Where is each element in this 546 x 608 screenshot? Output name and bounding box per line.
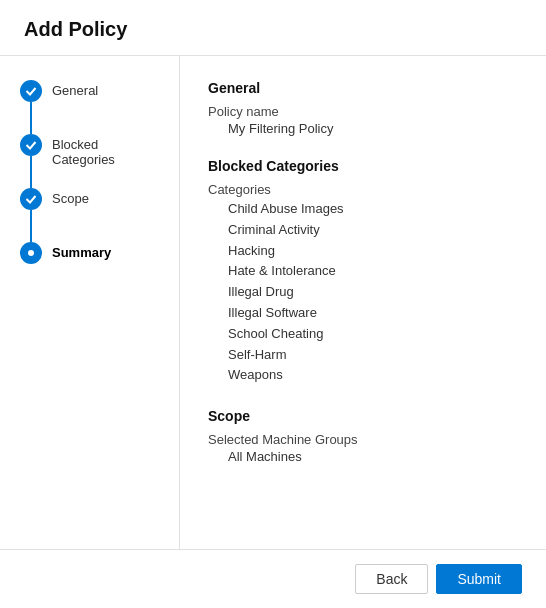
step-circle-summary [20, 242, 42, 264]
summary-general-title: General [208, 80, 518, 96]
page-header: Add Policy [0, 0, 546, 56]
steps-sidebar: General Blocked Categories [0, 56, 180, 549]
step-circle-general [20, 80, 42, 102]
category-item-1: Criminal Activity [228, 220, 518, 241]
step-scope: Scope [20, 188, 159, 242]
step-connector-general [20, 80, 42, 134]
policy-name-value: My Filtering Policy [208, 121, 518, 136]
category-item-5: Illegal Software [228, 303, 518, 324]
summary-scope-title: Scope [208, 408, 518, 424]
step-blocked-categories: Blocked Categories [20, 134, 159, 188]
summary-general-section: General Policy name My Filtering Policy [208, 80, 518, 136]
summary-blocked-section: Blocked Categories Categories Child Abus… [208, 158, 518, 386]
step-line-3 [30, 210, 32, 242]
step-label-general: General [52, 80, 98, 98]
step-line-2 [30, 156, 32, 188]
category-item-4: Illegal Drug [228, 282, 518, 303]
page-container: Add Policy General [0, 0, 546, 608]
step-connector-summary [20, 242, 42, 264]
step-circle-blocked [20, 134, 42, 156]
step-label-scope: Scope [52, 188, 89, 206]
check-icon-2 [25, 139, 37, 151]
summary-blocked-title: Blocked Categories [208, 158, 518, 174]
step-label-summary: Summary [52, 242, 111, 260]
summary-blocked-row: Categories Child Abuse Images Criminal A… [208, 182, 518, 386]
category-item-3: Hate & Intolerance [228, 261, 518, 282]
categories-label: Categories [208, 182, 518, 197]
step-circle-scope [20, 188, 42, 210]
step-summary: Summary [20, 242, 159, 264]
check-icon-3 [25, 193, 37, 205]
step-connector-scope [20, 188, 42, 242]
submit-button[interactable]: Submit [436, 564, 522, 594]
summary-scope-section: Scope Selected Machine Groups All Machin… [208, 408, 518, 464]
summary-scope-row: Selected Machine Groups All Machines [208, 432, 518, 464]
svg-point-0 [28, 250, 34, 256]
step-line-1 [30, 102, 32, 134]
category-item-2: Hacking [228, 241, 518, 262]
footer: Back Submit [0, 549, 546, 608]
category-item-8: Weapons [228, 365, 518, 386]
policy-name-label: Policy name [208, 104, 518, 119]
summary-general-row: Policy name My Filtering Policy [208, 104, 518, 136]
main-content: General Policy name My Filtering Policy … [180, 56, 546, 549]
back-button[interactable]: Back [355, 564, 428, 594]
dot-icon [25, 247, 37, 259]
category-item-7: Self-Harm [228, 345, 518, 366]
step-general: General [20, 80, 159, 134]
step-connector-blocked [20, 134, 42, 188]
content-area: General Blocked Categories [0, 56, 546, 549]
machine-groups-label: Selected Machine Groups [208, 432, 518, 447]
category-item-0: Child Abuse Images [228, 199, 518, 220]
categories-list: Child Abuse Images Criminal Activity Hac… [208, 199, 518, 386]
category-item-6: School Cheating [228, 324, 518, 345]
check-icon [25, 85, 37, 97]
step-label-blocked: Blocked Categories [52, 134, 159, 167]
page-title: Add Policy [24, 18, 522, 41]
machine-groups-value: All Machines [208, 449, 518, 464]
